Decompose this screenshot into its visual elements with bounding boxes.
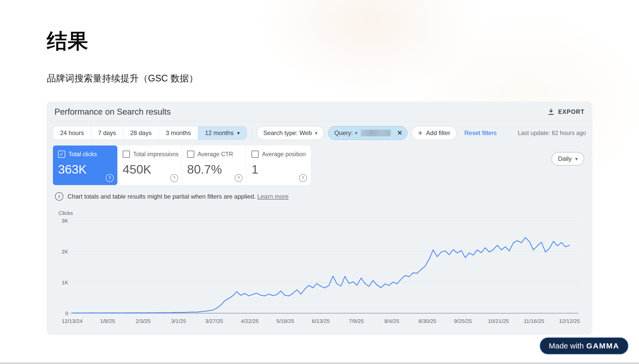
close-icon[interactable]: ✕ (397, 129, 403, 137)
export-label: EXPORT (558, 108, 585, 115)
search-type-chip[interactable]: Search type: Web ▾ (257, 126, 324, 140)
plus-icon: + (418, 129, 423, 137)
panel-title: Performance on Search results (54, 107, 171, 117)
notice-body: Chart totals and table results might be … (67, 193, 256, 200)
average-ctr-checkbox[interactable] (187, 151, 194, 158)
svg-text:3/1/25: 3/1/25 (171, 318, 186, 324)
svg-text:9/25/25: 9/25/25 (454, 318, 472, 324)
help-icon[interactable]: ? (106, 174, 114, 182)
svg-text:2/3/25: 2/3/25 (136, 318, 151, 324)
header-divider (47, 122, 592, 122)
tab-24-hours[interactable]: 24 hours (53, 126, 91, 140)
query-chip-redacted-value (361, 130, 391, 136)
help-icon[interactable]: ? (170, 174, 178, 182)
tab-12-months[interactable]: 12 months ▾ (198, 126, 247, 140)
metric-value: 450K (123, 162, 177, 176)
metric-card-average-ctr[interactable]: Average CTR 80.7% ? (182, 145, 246, 185)
search-type-label: Search type: Web (263, 129, 312, 137)
metric-label: Average CTR (198, 151, 233, 158)
svg-text:Clicks: Clicks (59, 210, 73, 216)
metric-label: Average position (262, 151, 306, 158)
add-filter-button[interactable]: + Add filter (412, 126, 457, 140)
notice-row: i Chart totals and table results might b… (55, 192, 289, 201)
svg-text:4/22/25: 4/22/25 (241, 318, 259, 324)
query-filter-chip[interactable]: Query: + ✕ (328, 126, 407, 140)
metric-label: Total impressions (133, 151, 179, 158)
chevron-down-icon: ▾ (575, 156, 578, 162)
svg-text:3/27/25: 3/27/25 (205, 318, 223, 324)
made-with-gamma-badge[interactable]: Made with GAMMA (539, 337, 629, 355)
notice-text: Chart totals and table results might be … (67, 193, 289, 200)
chevron-down-icon: ▾ (315, 130, 317, 136)
svg-text:12/13/24: 12/13/24 (62, 318, 83, 324)
filters-row: 24 hours 7 days 28 days 3 months 12 mont… (53, 126, 586, 140)
help-icon[interactable]: ? (235, 174, 243, 182)
export-button[interactable]: EXPORT (547, 108, 585, 116)
svg-text:12/12/25: 12/12/25 (559, 318, 580, 324)
svg-text:10/21/25: 10/21/25 (488, 318, 509, 324)
svg-text:11/16/25: 11/16/25 (524, 318, 544, 324)
gsc-performance-panel: Performance on Search results EXPORT 24 … (47, 102, 592, 334)
learn-more-link[interactable]: Learn more (257, 193, 289, 200)
svg-text:1K: 1K (62, 280, 68, 285)
metric-value: 363K (58, 162, 112, 176)
help-icon[interactable]: ? (299, 174, 307, 182)
page-subtitle: 品牌词搜索量持续提升（GSC 数据） (47, 72, 198, 85)
panel-header: Performance on Search results EXPORT (47, 102, 592, 119)
total-impressions-checkbox[interactable] (123, 151, 130, 158)
tab-3-months[interactable]: 3 months (159, 126, 198, 140)
svg-text:7/9/25: 7/9/25 (349, 318, 364, 324)
metric-card-total-impressions[interactable]: Total impressions 450K ? (117, 145, 182, 185)
svg-text:5/18/25: 5/18/25 (276, 318, 294, 324)
svg-text:8/4/25: 8/4/25 (384, 318, 399, 324)
add-filter-label: Add filter (426, 129, 450, 137)
query-chip-label: Query: + (334, 129, 358, 137)
svg-text:0: 0 (65, 310, 68, 316)
metrics-row: ✓ Total clicks 363K ? Total impressions … (53, 145, 311, 185)
granularity-label: Daily (558, 155, 572, 162)
svg-text:2K: 2K (62, 249, 68, 254)
svg-text:1/8/25: 1/8/25 (100, 318, 115, 324)
reset-filters-link[interactable]: Reset filters (464, 129, 497, 137)
metric-label: Total clicks (69, 151, 97, 158)
vertical-divider (252, 127, 253, 139)
granularity-dropdown[interactable]: Daily ▾ (552, 152, 584, 165)
metric-value: 80.7% (187, 162, 241, 176)
tab-12-months-label: 12 months (205, 129, 234, 137)
made-with-text: Made with (549, 342, 584, 350)
total-clicks-checkbox[interactable]: ✓ (58, 151, 65, 158)
download-icon (547, 108, 555, 116)
average-position-checkbox[interactable] (252, 151, 259, 158)
bottom-edge-strip (0, 362, 639, 364)
gamma-logo: GAMMA (586, 342, 619, 350)
tab-7-days[interactable]: 7 days (91, 126, 123, 140)
metric-value: 1 (252, 162, 305, 176)
date-range-tabs: 24 hours 7 days 28 days 3 months 12 mont… (53, 126, 247, 140)
info-icon: i (55, 192, 63, 201)
metric-card-total-clicks[interactable]: ✓ Total clicks 363K ? (53, 145, 117, 185)
metric-card-average-position[interactable]: Average position 1 ? (246, 145, 311, 185)
chevron-down-icon: ▾ (237, 130, 240, 136)
svg-text:8/30/25: 8/30/25 (418, 318, 436, 324)
svg-text:6/13/25: 6/13/25 (312, 318, 330, 324)
tab-28-days[interactable]: 28 days (123, 126, 159, 140)
page-title: 结果 (47, 28, 89, 55)
svg-text:3K: 3K (62, 218, 68, 224)
clicks-line-chart[interactable]: Clicks01K2K3K12/13/241/8/252/3/253/1/253… (47, 209, 592, 329)
last-update-text: Last update: 62 hours ago (518, 130, 586, 137)
